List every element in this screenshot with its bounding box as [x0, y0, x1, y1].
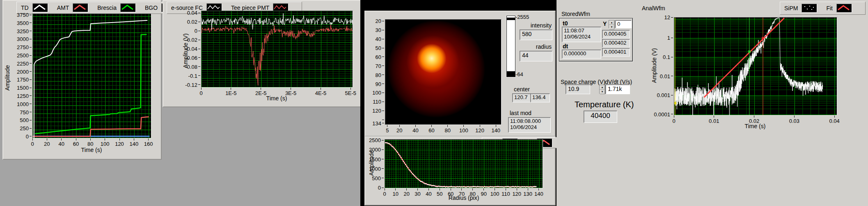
y-tick-label: 0	[378, 185, 381, 191]
x-tick-label: 40	[412, 127, 418, 134]
x-tick-label: 20	[44, 141, 50, 147]
td-chart-plot[interactable]	[32, 14, 151, 138]
y-tick-label: 1750	[17, 77, 29, 83]
legend-label: e-source FC	[171, 5, 203, 11]
x-tick-label: 40	[58, 141, 64, 147]
y-tick-label: 500	[372, 175, 381, 181]
spin-up-icon[interactable]: ▲	[609, 20, 614, 25]
x-tick-label: 120	[115, 141, 124, 147]
x-tick-label: 160	[144, 141, 153, 147]
series-Fit	[704, 18, 784, 97]
y-tick-label: 20	[376, 18, 381, 24]
radial-chart-plot[interactable]	[385, 139, 543, 188]
dvdt-value[interactable]: 1.71k	[605, 84, 630, 94]
y-tick-label: 0.01	[660, 73, 670, 79]
spin-down-icon[interactable]: ▼	[600, 90, 605, 94]
fc-chart-panel: e-source FCTee piece PMT Amplitude (V) 0…	[163, 0, 363, 107]
t0-date: 10/06/2024	[564, 34, 599, 40]
stored-wfm-title: StoredWfm	[561, 11, 590, 17]
legend-label: Brescia	[97, 5, 117, 11]
x-tick-label: 120	[512, 191, 521, 197]
x-tick-label: 20	[403, 191, 409, 197]
radius-label: radius	[516, 43, 552, 50]
legend-label: Fit	[826, 5, 833, 11]
labview-front-panel: { "titles": {"stored_wfm": "StoredWfm", …	[0, 0, 868, 206]
x-tick-label: 100	[101, 141, 110, 147]
spin-up-icon[interactable]: ▲	[600, 85, 605, 90]
dt-value: 0.000000	[562, 50, 601, 59]
radial-x-axis-label: Radius (pix)	[423, 195, 505, 201]
y-tick-label: 120	[372, 108, 381, 114]
space-charge-value: 10.9	[566, 84, 590, 94]
radius-value: 44	[520, 51, 552, 61]
x-tick-label: 60	[73, 141, 79, 147]
dt-label: dt	[563, 43, 568, 50]
y-tick-label: 2500	[17, 52, 29, 59]
legend-item-brescia[interactable]: Brescia	[97, 3, 136, 12]
legend-glyph-caret	[73, 3, 88, 12]
td-x-axis-label: Time (s)	[50, 147, 133, 153]
y-index-value[interactable]: 0	[615, 20, 632, 28]
x-tick-label: 140	[491, 127, 500, 134]
last-mod-date: 10/06/2024	[510, 124, 549, 130]
y-tick-label: 40	[376, 36, 381, 42]
beam-image-plot[interactable]	[385, 19, 502, 125]
y-array-label: Y	[603, 20, 607, 27]
fc-chart-plot[interactable]	[201, 11, 353, 88]
y-tick-label: 80	[376, 72, 381, 78]
x-tick-label: 0	[199, 90, 202, 96]
legend-glyph-caret	[836, 4, 852, 13]
stored-wfm-cluster: t0 11:08:07 10/06/2024 dt 0.000000 Y ▲▼ …	[559, 18, 633, 61]
legend-label: BGO	[145, 5, 158, 11]
intensity-label: intensity	[516, 22, 552, 29]
chart-fc-canvas	[202, 11, 353, 87]
anal-chart-plot[interactable]	[674, 17, 837, 115]
dvdt-spinner[interactable]: ▲▼	[599, 85, 605, 94]
y-tick-label: -0.1	[188, 72, 197, 79]
intensity-value: 580	[520, 29, 552, 40]
colorbar-min-tick: -64	[515, 71, 523, 77]
center-x-value: 120.7	[512, 93, 532, 102]
radial-profile-panel: DataFit Amplitude 0102030405060708090100…	[364, 136, 556, 206]
legend-item-amt[interactable]: AMT	[57, 3, 89, 12]
last-mod-label: last mod	[510, 110, 531, 116]
y-value-2: 0.000401	[602, 48, 630, 57]
anal-x-axis-label: Time (s)	[714, 123, 796, 129]
series-Tee piece PMT	[202, 25, 353, 86]
beam-image-panel: 5204060801001201402030405060708090100110…	[364, 11, 556, 137]
fc-x-axis-label: Time (s)	[236, 95, 318, 102]
series-SiPM	[674, 18, 823, 115]
y-tick-label: 750	[20, 109, 29, 115]
x-tick-label: 80	[87, 141, 93, 147]
y-tick-label: 0.001	[657, 92, 670, 98]
y-tick-label: 134	[372, 120, 381, 126]
legend-item-td[interactable]: TD	[21, 3, 48, 12]
x-tick-label: 0.04	[829, 118, 839, 124]
y-tick-label: 12	[664, 14, 670, 20]
y-tick-label: 50	[376, 45, 381, 51]
x-tick-label: 0	[672, 118, 675, 124]
y-tick-label: 30	[376, 27, 381, 33]
legend-item-fit[interactable]: Fit	[826, 4, 852, 13]
legend-label: TD	[21, 5, 29, 11]
y-tick-label: 1500	[17, 85, 29, 91]
beam-spot-image	[385, 20, 501, 125]
x-tick-label: 0	[383, 191, 386, 197]
fc-y-axis-label: Amplitude (V)	[182, 34, 189, 68]
x-tick-label: 30	[415, 191, 420, 197]
x-tick-label: 5	[386, 127, 389, 134]
y-tick-label: 0	[195, 28, 197, 34]
intensity-colorbar[interactable]	[506, 16, 515, 77]
temperature-label: Temperature (K)	[575, 100, 634, 109]
y-index-spinner[interactable]: ▲▼	[609, 20, 615, 28]
x-tick-label: 0	[31, 141, 34, 147]
y-tick-label: 1000	[17, 101, 29, 107]
legend-item-sipm[interactable]: SiPM	[784, 4, 817, 13]
chart-anal-canvas	[674, 18, 837, 115]
y-tick-label: 2500	[369, 137, 381, 143]
legend-glyph-caret	[32, 3, 48, 12]
middle-black-area: 5204060801001201402030405060708090100110…	[360, 0, 557, 206]
spin-down-icon[interactable]: ▼	[609, 25, 614, 29]
y-tick-label: 1250	[17, 93, 29, 99]
y-tick-label: 3500	[17, 20, 29, 26]
